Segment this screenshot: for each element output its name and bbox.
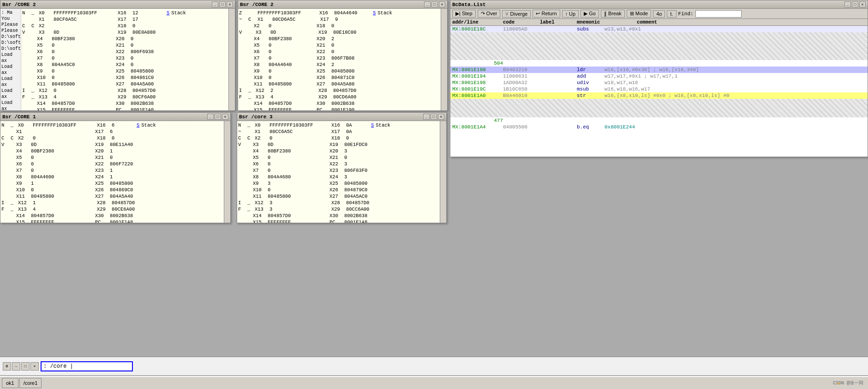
- disasm-row[interactable]: MX:8001E19C 1B10C650 msub w16,w18,w16,w1…: [450, 86, 868, 92]
- close-btn[interactable]: ✕: [227, 1, 233, 7]
- reg-row: X10 0 X26 804869C0: [1, 187, 223, 193]
- reg-row: X6 0 X22 0: [239, 49, 440, 55]
- disasm-row[interactable]: MX:8001E198 1AD00A32 udiv w18,w17,w16: [450, 79, 868, 86]
- reg-row: X7 0 X23 806F83F0: [238, 167, 439, 174]
- core1-scrollbar-v[interactable]: [224, 121, 230, 223]
- disasm-controls[interactable]: _ □ ✕: [844, 1, 866, 7]
- core2-maximize[interactable]: □: [431, 1, 438, 7]
- reg-row: F _ X13 4 X29 80CD6A00: [239, 94, 440, 100]
- reg-row: X4 80BF2380 X20 0: [22, 36, 227, 42]
- reg-row: I _ X12 0 X28 804857D0: [22, 87, 227, 94]
- core1-close[interactable]: ✕: [222, 114, 228, 120]
- core2-registers: Z FFFFFFFF10303FF X16 804A4640 S Stack ~…: [238, 9, 441, 110]
- disasm-row[interactable]: 477: [450, 117, 868, 124]
- core3-title: Bsr /core 3: [239, 114, 273, 120]
- command-input[interactable]: [41, 361, 133, 371]
- disasm-minimize[interactable]: _: [844, 1, 851, 7]
- reg-row: X6 0 X22 3: [238, 161, 439, 167]
- find-input[interactable]: [695, 10, 742, 18]
- cmd-icon2[interactable]: —: [12, 362, 20, 371]
- reg-row: X5 0 X21 0: [1, 154, 223, 161]
- 4o-btn[interactable]: 4o: [653, 10, 665, 18]
- empty-region: [450, 32, 868, 60]
- reg-row: V X3 0D X19 80E1FDC0: [238, 141, 439, 148]
- reg-row: X4 80BF2380 X20 2: [239, 36, 440, 42]
- core2-close[interactable]: ✕: [439, 1, 445, 7]
- reg-row: ~ X1 80CC6A5C X17 0A: [238, 128, 439, 135]
- disasm-row-highlight[interactable]: MX:8001E1A0 B8A46910 str w16,[x8,x10,ls]…: [450, 92, 868, 99]
- main-content: : Ma You Please Please D:\soft D:\soft D…: [0, 9, 235, 110]
- diverge-btn[interactable]: ⑂ Diverge: [502, 10, 531, 18]
- core1-minimize[interactable]: _: [207, 114, 214, 120]
- empty-region2: [450, 99, 868, 117]
- reg-row: X2 0 X18 0: [239, 23, 440, 29]
- disasm-row[interactable]: MX:8001E1A4 04005500 b.eq 0x8001E244: [450, 124, 868, 130]
- core3-close[interactable]: ✕: [438, 114, 444, 120]
- reg-row: X15 FFFFFFFF PC 8001E190: [239, 107, 440, 110]
- core1-maximize[interactable]: □: [215, 114, 221, 120]
- reg-row: X11 80485800 X27 804A5A40: [1, 193, 223, 200]
- reg-row: C C X2 X18 0: [22, 23, 227, 29]
- disasm-maximize[interactable]: □: [852, 1, 858, 7]
- core2-scrollbar[interactable]: [441, 9, 447, 110]
- reg-row: X15 FFFFFFFF PC 8001E1A8: [1, 219, 223, 223]
- core2-window: Bsr /CORE 2 _ □ ✕ Z FFFFFFFF10303FF X16 …: [238, 0, 448, 111]
- mode-btn[interactable]: ⊞ Mode: [627, 10, 652, 18]
- scroll-indicator[interactable]: →: [836, 380, 840, 388]
- core3-scrollbar-v[interactable]: [440, 121, 446, 223]
- disasm-titlebar: BcData.List _ □ ✕: [450, 0, 868, 9]
- reg-row: X4 80BF2380 X20 3: [238, 148, 439, 154]
- reg-row: X9 3 X25 80485800: [238, 180, 439, 187]
- return-btn[interactable]: ↩ Return: [533, 10, 560, 18]
- reg-row: X10 0 X26 804879C0: [238, 187, 439, 193]
- core2-controls[interactable]: _ □ ✕: [424, 1, 445, 7]
- taskbar-btn-core1[interactable]: /core1: [19, 378, 42, 388]
- disasm-row[interactable]: MX:8001E194 11000631 add w17,w17,#0x1 ; …: [450, 73, 868, 79]
- cmd-icon3[interactable]: □: [21, 362, 30, 371]
- maximize-btn[interactable]: □: [219, 1, 226, 7]
- reg-row: X10 0 X26 804861C0: [22, 74, 227, 81]
- core3-minimize[interactable]: _: [423, 114, 430, 120]
- core2-minimize[interactable]: _: [424, 1, 431, 7]
- main-controls[interactable]: _ □ ✕: [212, 1, 233, 7]
- core2-titlebar: Bsr /CORE 2 _ □ ✕: [238, 0, 447, 9]
- disasm-close[interactable]: ✕: [859, 1, 866, 7]
- reg-row: X5 0 X21 0: [239, 42, 440, 49]
- cmd-icon1[interactable]: ⊞: [3, 362, 11, 371]
- scrollbar-v[interactable]: [228, 9, 235, 110]
- core3-controls[interactable]: _ □ ✕: [423, 114, 444, 120]
- disasm-row[interactable]: 504: [450, 60, 868, 67]
- reg-row: X11 80485800 X27 804A5A00: [22, 81, 227, 87]
- reg-row: X9 1 X25 80485800: [1, 180, 223, 187]
- minimize-btn[interactable]: _: [212, 1, 218, 7]
- core3-maximize[interactable]: □: [431, 114, 437, 120]
- break-btn[interactable]: ‖ Break: [601, 10, 625, 18]
- disasm-row-current[interactable]: MX:8001E190 B9403210 ldr w16,[x16,#0x30]…: [450, 67, 868, 73]
- reg-row: I _ X12 1 X28 804857D0: [1, 200, 223, 206]
- reg-row: X11 80485800 X27 804A5AC0: [238, 193, 439, 200]
- core3-content: N _ X0 FFFFFFFF10303FF X16 0A S Stack ~ …: [237, 121, 446, 223]
- core1-content: N _ X0 FFFFFFFF10303FF X16 6 S Stack X1 …: [0, 121, 230, 223]
- core3-registers: N _ X0 FFFFFFFF10303FF X16 0A S Stack ~ …: [237, 121, 440, 223]
- core3-window: Bsr /core 3 _ □ ✕ N _ X0 FFFFFFFF10303FF…: [237, 112, 447, 223]
- up-btn[interactable]: ↑ Up: [562, 10, 579, 18]
- reg-row: F _ X13 4 X29 80CF6A00: [22, 94, 227, 100]
- over-btn[interactable]: ↷ Over: [478, 10, 501, 18]
- go-btn[interactable]: ▶ Go: [581, 10, 599, 18]
- reg-row: N _ X0 FFFFFFFF10303FF X16 0A S Stack: [238, 122, 439, 128]
- disasm-row[interactable]: MX:8001E18C 110005AD subs w13,w13,#0x1: [450, 26, 868, 32]
- reg-row: X7 0 X23 0: [22, 55, 227, 61]
- reg-row: X8 804A4640 X24 2: [239, 61, 440, 68]
- t-btn[interactable]: t.: [667, 10, 676, 18]
- reg-row: X4 80BF2380 X20 1: [1, 148, 223, 154]
- step-btn[interactable]: ▶| Step: [452, 10, 476, 18]
- reg-row: X14 804857D0 X30 8002B638: [238, 213, 439, 219]
- reg-row: I _ X12 3 X28 804857D0: [238, 200, 439, 206]
- taskbar-btn-ok1[interactable]: ok1: [2, 378, 18, 388]
- reg-row: X8 804A4600 X24 1: [1, 174, 223, 180]
- core1-controls[interactable]: _ □ ✕: [207, 114, 228, 120]
- reg-row: X6 0 X22 806F7220: [1, 161, 223, 167]
- desktop: Bsr /CORE 2 _ □ ✕ : Ma You Please Please…: [0, 0, 868, 389]
- reg-row: C C X2 0 X18 0: [238, 135, 439, 141]
- cmd-icon4[interactable]: ✕: [30, 362, 39, 371]
